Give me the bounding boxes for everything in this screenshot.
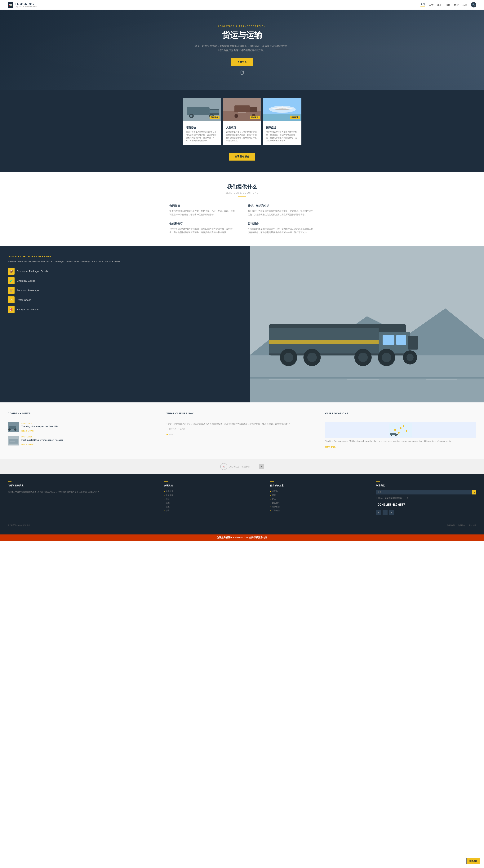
svg-point-15 (235, 114, 238, 118)
svg-point-49 (8, 429, 11, 431)
industry-item-chemical[interactable]: 🧪 Chemical Goods (8, 277, 242, 284)
nav-item-portfolio[interactable]: 组合 (454, 3, 459, 6)
industry-left: INDUSTRY SECTORS COVERAGE We cover diffe… (0, 246, 250, 402)
dot-2[interactable] (169, 434, 171, 435)
footer-phone: +00 41 258 489 6587 (376, 502, 476, 508)
footer-link-contact[interactable]: 联系 (164, 505, 264, 508)
services-all-button[interactable]: 查看所有服务 (229, 153, 255, 160)
svg-rect-30 (396, 335, 406, 345)
bottom-three-section: COMPANY NEWS MAY 31, 2015 Trucking - Com… (0, 402, 484, 459)
svg-rect-29 (383, 335, 394, 345)
footer-col1-text: 我们致力于提供高质量的物流服务，以客户满意度为核心，不断改进和提升服务水平，赢得… (8, 490, 158, 493)
social-icons: f t in (376, 510, 476, 515)
svg-point-39 (382, 353, 391, 362)
footer-search-button[interactable]: ▸ (472, 490, 476, 494)
footer-grid: 口碑和服务质量 我们致力于提供高质量的物流服务，以客户满意度为核心，不断改进和提… (8, 482, 476, 515)
facebook-icon[interactable]: f (376, 510, 381, 515)
twitter-icon[interactable]: t (383, 510, 388, 515)
svg-text:🚛: 🚛 (9, 3, 12, 6)
footer-link-projects[interactable]: 项目 (164, 498, 264, 500)
clients-accent (167, 419, 172, 419)
services-btn-wrap: 查看所有服务 (0, 153, 484, 160)
industry-description: We cover different industry sectors, fro… (8, 260, 242, 263)
industry-item-energy[interactable]: ⛽ Energy, Oil and Gas (8, 306, 242, 313)
footer-sitemap[interactable]: 网站地图 (469, 524, 476, 527)
locations-link[interactable]: 查看所有地点 (325, 446, 335, 448)
offer-grid: 合同物流 提供完整的供应链物流解决方案，包括仓储、包装、配送、装卸、运输和配送等… (170, 204, 315, 234)
hero-cta-button[interactable]: 了解更多 (231, 58, 253, 66)
footer-link-retail[interactable]: 零售 (270, 494, 370, 497)
industry-item-retail[interactable]: 🛍 Retail Goods (8, 297, 242, 303)
footer-search: ▸ (376, 490, 476, 494)
nav-item-services[interactable]: 服务 (437, 3, 442, 6)
footer-col-3: 行业解决方案 消费品 零售 化工 食品饮料 能源石油 工业物品 (270, 482, 370, 515)
svg-point-41 (406, 354, 414, 361)
footer-address: 公司地址: 某某市某某区某某路 111 号 (376, 496, 476, 500)
footer-link-food[interactable]: 食品饮料 (270, 501, 370, 504)
industry-item-consumer[interactable]: 📦 Consumer Packaged Goods (8, 268, 242, 275)
logo[interactable]: 🚛 TRUCKING Logistics & Transportation (8, 2, 37, 8)
footer-col1-title: 口碑和服务质量 (8, 484, 158, 487)
offer-item-transport: 陆运、海运和空运 我们公司可为您提供全方位的多式联运服务，结合陆运、海运和空运的… (248, 204, 315, 216)
news-date-1: MAY 31, 2015 (22, 422, 58, 424)
news-accent (8, 419, 13, 419)
footer-link-locations[interactable]: 位置 (164, 501, 264, 504)
service-card-title-project: 大型项目 (226, 126, 258, 129)
news-read-more-1[interactable]: READ MORE (22, 430, 34, 432)
svg-rect-62 (396, 434, 398, 435)
footer-col4-title: 联系我们 (376, 484, 476, 487)
nav-item-about[interactable]: 关于 (429, 3, 433, 6)
svg-rect-13 (235, 105, 250, 112)
search-button[interactable]: 🔍 (471, 2, 476, 7)
footer-links-col2: 关于公司 公司新闻 项目 位置 联系 职业 (164, 490, 264, 512)
offer-item-desc-2: Trucking 提供现代化的仓储设施，使用先进的仓库管理系统，提供安全、高效的… (170, 227, 236, 234)
footer-link-careers[interactable]: 职业 (164, 509, 264, 512)
svg-point-6 (190, 115, 192, 117)
offer-item-title-3: 咨询服务 (248, 222, 315, 225)
news-img-1 (8, 422, 19, 432)
footer-col2-title: 快速跳转 (164, 484, 264, 487)
watermark-text: 仿网盘号社区bbs.xieniao.com 免费下载更多内容 (217, 536, 267, 539)
clients-section: WHAT CLIENTS SAY "这是一段来自客户的评价，说明公司提供了出色的… (167, 412, 318, 450)
news-read-more-2[interactable]: READ MORE (22, 444, 34, 446)
footer-terms[interactable]: 使用条款 (458, 524, 465, 527)
news-item-content-1: MAY 31, 2015 Trucking - Company of the Y… (22, 422, 58, 432)
nav-item-projects[interactable]: 项目 (446, 3, 450, 6)
footer-link-energy[interactable]: 能源石油 (270, 505, 370, 508)
nav-item-home[interactable]: 主页 (420, 3, 425, 7)
service-card-desc-air: 我们的国际空运服务覆盖全球主要航线，提供快速、安全的货物运输服务，配合完善的通关… (266, 130, 298, 142)
service-card-link-ground[interactable]: 阅读更多 (210, 116, 219, 119)
logo-icon: 🚛 (8, 2, 13, 8)
footer-link-consumer[interactable]: 消费品 (270, 490, 370, 493)
nav: 主页 关于 服务 项目 组合 联络 🔍 (420, 2, 476, 7)
footer-link-about[interactable]: 关于公司 (164, 490, 264, 493)
footer-search-input[interactable] (376, 490, 472, 494)
footer-link-news[interactable]: 公司新闻 (164, 494, 264, 497)
svg-point-59 (398, 432, 400, 434)
partner-logo-text: OVERALLS TRANSPORT (229, 465, 251, 468)
footer-link-chemical[interactable]: 化工 (270, 498, 370, 500)
svg-rect-46 (426, 379, 457, 380)
footer-privacy[interactable]: 隐私政策 (447, 524, 455, 527)
industry-section: INDUSTRY SECTORS COVERAGE We cover diffe… (0, 246, 484, 402)
dot-3[interactable] (172, 434, 173, 435)
linkedin-icon[interactable]: in (389, 510, 394, 515)
offer-item-warehouse: 仓储和储存 Trucking 提供现代化的仓储设施，使用先进的仓库管理系统，提供… (170, 222, 236, 234)
dot-1[interactable] (167, 434, 168, 435)
industry-label-consumer: Consumer Packaged Goods (17, 270, 48, 273)
scroll-indicator (241, 70, 244, 75)
service-card-air: 阅读更多 国际空运 我们的国际空运服务覆盖全球主要航线，提供快速、安全的货物运输… (263, 98, 301, 145)
offer-item-title-2: 仓储和储存 (170, 222, 236, 225)
partner-arrow-next[interactable]: › (259, 464, 264, 469)
footer-copyright: © 2015 Trucking. 版权所有. (8, 524, 31, 527)
service-card-body-air: 国际空运 我们的国际空运服务覆盖全球主要航线，提供快速、安全的货物运输服务，配合… (263, 121, 301, 145)
industry-item-food[interactable]: 🍔 Food and Beverage (8, 287, 242, 294)
footer-link-industrial[interactable]: 工业物品 (270, 509, 370, 512)
service-card-link-air[interactable]: 阅读更多 (290, 116, 300, 119)
nav-item-contact[interactable]: 联络 (462, 3, 467, 6)
footer-col-2: 快速跳转 关于公司 公司新闻 项目 位置 联系 职业 (164, 482, 264, 515)
offer-item-title-0: 合同物流 (170, 204, 236, 208)
news-item-2: MAY 31, 2015 First quartal 2015 revenue … (8, 436, 159, 446)
svg-rect-9 (210, 110, 219, 113)
service-card-link-project[interactable]: 阅读更多 (250, 116, 260, 119)
